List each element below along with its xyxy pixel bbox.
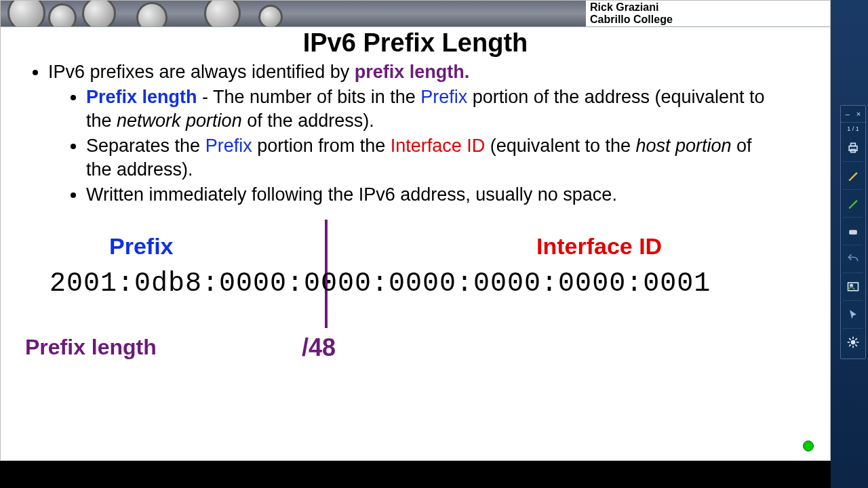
svg-rect-6 <box>848 283 859 291</box>
prefix-length-value: /48 <box>302 333 336 362</box>
gear-icon[interactable] <box>844 329 863 356</box>
subbullet-3: Written immediately following the IPv6 a… <box>86 183 771 207</box>
slide-title: IPv6 Prefix Length <box>1 28 830 58</box>
svg-point-9 <box>851 340 856 345</box>
prefix-heading: Prefix <box>109 233 174 260</box>
subbullet-1: Prefix length - The number of bits in th… <box>86 85 771 133</box>
svg-line-14 <box>849 338 851 340</box>
svg-marker-3 <box>848 172 857 181</box>
stage: Rick Graziani Cabrillo College IPv6 Pref… <box>0 0 868 488</box>
eraser-icon[interactable] <box>844 218 863 245</box>
pen-green-icon[interactable] <box>844 190 863 218</box>
svg-line-15 <box>855 344 857 346</box>
pen-yellow-icon[interactable] <box>844 162 863 190</box>
slide: Rick Graziani Cabrillo College IPv6 Pref… <box>0 0 831 461</box>
attribution-line2: Cabrillo College <box>590 14 826 26</box>
bullet-list: IPv6 prefixes are always identified by p… <box>48 60 830 207</box>
subbullet-2: Separates the Prefix portion from the In… <box>86 134 771 182</box>
printer-icon[interactable] <box>844 134 863 162</box>
interface-heading: Interface ID <box>536 233 662 260</box>
bullet-1: IPv6 prefixes are always identified by p… <box>48 60 781 207</box>
svg-rect-1 <box>851 143 856 146</box>
pointer-icon[interactable] <box>844 301 863 329</box>
close-button[interactable]: × <box>856 110 861 118</box>
undo-icon[interactable] <box>844 245 863 273</box>
svg-rect-5 <box>849 230 857 235</box>
annotation-toolbar: – × 1 / 1 <box>840 105 866 359</box>
prefix-length-label: Prefix length <box>25 335 157 360</box>
minimize-button[interactable]: – <box>846 110 850 118</box>
picture-icon[interactable] <box>844 273 863 301</box>
banner: Rick Graziani Cabrillo College <box>1 1 830 27</box>
address-diagram: Prefix Interface ID 2001:0db8:0000:0000:… <box>1 220 830 396</box>
recording-indicator-icon <box>803 441 814 451</box>
attribution-line1: Rick Graziani <box>590 1 826 14</box>
svg-line-17 <box>855 338 857 340</box>
attribution: Rick Graziani Cabrillo College <box>586 1 830 26</box>
svg-marker-4 <box>848 200 857 209</box>
ipv6-address: 2001:0db8:0000:0000:0000:0000:0000:0001 <box>50 268 711 299</box>
page-indicator: 1 / 1 <box>841 125 865 134</box>
svg-marker-8 <box>850 310 856 319</box>
svg-line-16 <box>849 344 851 346</box>
